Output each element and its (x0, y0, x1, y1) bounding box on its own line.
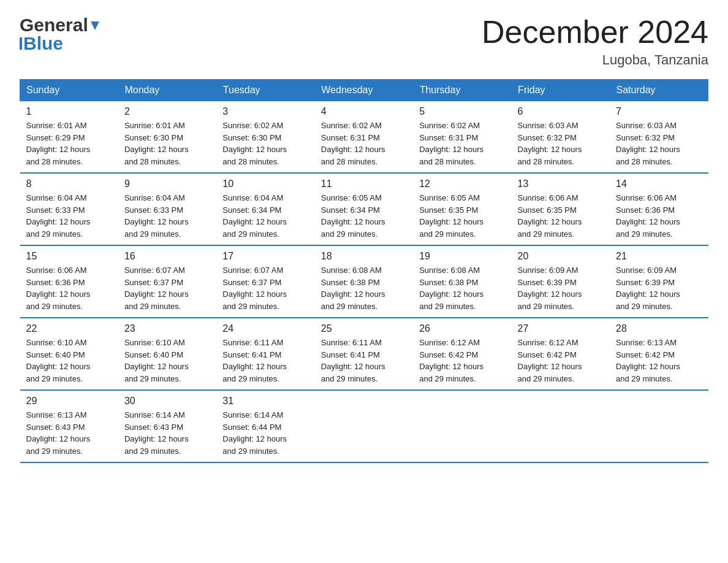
day-number: 1 (26, 106, 112, 117)
day-info: Sunrise: 6:13 AM Sunset: 6:42 PM Dayligh… (616, 337, 702, 385)
day-number: 4 (321, 106, 407, 117)
cell-week5-day6 (512, 390, 610, 462)
cell-week5-day3: 31 Sunrise: 6:14 AM Sunset: 6:44 PM Dayl… (216, 390, 314, 462)
week-row-4: 22 Sunrise: 6:10 AM Sunset: 6:40 PM Dayl… (20, 318, 708, 390)
day-number: 27 (518, 323, 604, 334)
col-friday: Friday (512, 80, 610, 101)
col-monday: Monday (118, 80, 216, 101)
cell-week1-day4: 4 Sunrise: 6:02 AM Sunset: 6:31 PM Dayli… (315, 101, 413, 174)
day-number: 31 (222, 396, 308, 407)
calendar-table: Sunday Monday Tuesday Wednesday Thursday… (20, 79, 708, 463)
day-number: 22 (26, 323, 112, 334)
col-saturday: Saturday (610, 80, 708, 101)
day-number: 5 (419, 106, 505, 117)
day-number: 17 (222, 251, 308, 262)
cell-week3-day2: 16 Sunrise: 6:07 AM Sunset: 6:37 PM Dayl… (118, 245, 216, 318)
cell-week4-day2: 23 Sunrise: 6:10 AM Sunset: 6:40 PM Dayl… (118, 318, 216, 390)
day-number: 18 (321, 251, 407, 262)
cell-week3-day1: 15 Sunrise: 6:06 AM Sunset: 6:36 PM Dayl… (20, 245, 118, 318)
day-number: 21 (616, 251, 702, 262)
cell-week2-day4: 11 Sunrise: 6:05 AM Sunset: 6:34 PM Dayl… (315, 173, 413, 245)
col-sunday: Sunday (20, 80, 118, 101)
cell-week1-day3: 3 Sunrise: 6:02 AM Sunset: 6:30 PM Dayli… (216, 101, 314, 174)
cell-week3-day5: 19 Sunrise: 6:08 AM Sunset: 6:38 PM Dayl… (413, 245, 511, 318)
day-info: Sunrise: 6:08 AM Sunset: 6:38 PM Dayligh… (321, 264, 407, 312)
day-number: 2 (124, 106, 210, 117)
week-row-2: 8 Sunrise: 6:04 AM Sunset: 6:33 PM Dayli… (20, 173, 708, 245)
day-info: Sunrise: 6:07 AM Sunset: 6:37 PM Dayligh… (124, 264, 210, 312)
cell-week5-day4 (315, 390, 413, 462)
cell-week4-day1: 22 Sunrise: 6:10 AM Sunset: 6:40 PM Dayl… (20, 318, 118, 390)
cell-week1-day5: 5 Sunrise: 6:02 AM Sunset: 6:31 PM Dayli… (413, 101, 511, 174)
day-info: Sunrise: 6:02 AM Sunset: 6:30 PM Dayligh… (222, 120, 308, 167)
day-info: Sunrise: 6:09 AM Sunset: 6:39 PM Dayligh… (616, 264, 702, 312)
cell-week4-day6: 27 Sunrise: 6:12 AM Sunset: 6:42 PM Dayl… (512, 318, 610, 390)
logo: General Blue (20, 15, 102, 54)
day-info: Sunrise: 6:11 AM Sunset: 6:41 PM Dayligh… (222, 337, 308, 385)
cell-week5-day5 (413, 390, 511, 462)
cell-week3-day3: 17 Sunrise: 6:07 AM Sunset: 6:37 PM Dayl… (216, 245, 314, 318)
logo-triangle-icon (88, 19, 102, 33)
week-row-3: 15 Sunrise: 6:06 AM Sunset: 6:36 PM Dayl… (20, 245, 708, 318)
cell-week4-day3: 24 Sunrise: 6:11 AM Sunset: 6:41 PM Dayl… (216, 318, 314, 390)
day-info: Sunrise: 6:12 AM Sunset: 6:42 PM Dayligh… (518, 337, 604, 385)
day-number: 20 (518, 251, 604, 262)
day-info: Sunrise: 6:14 AM Sunset: 6:43 PM Dayligh… (124, 409, 210, 457)
day-number: 25 (321, 323, 407, 334)
day-number: 6 (518, 106, 604, 117)
cell-week2-day2: 9 Sunrise: 6:04 AM Sunset: 6:33 PM Dayli… (118, 173, 216, 245)
col-wednesday: Wednesday (315, 80, 413, 101)
day-info: Sunrise: 6:01 AM Sunset: 6:29 PM Dayligh… (26, 120, 112, 167)
day-number: 28 (616, 323, 702, 334)
cell-week1-day1: 1 Sunrise: 6:01 AM Sunset: 6:29 PM Dayli… (20, 101, 118, 174)
day-number: 3 (222, 106, 308, 117)
col-thursday: Thursday (413, 80, 511, 101)
calendar-header-row: Sunday Monday Tuesday Wednesday Thursday… (20, 80, 708, 101)
cell-week3-day4: 18 Sunrise: 6:08 AM Sunset: 6:38 PM Dayl… (315, 245, 413, 318)
cell-week2-day1: 8 Sunrise: 6:04 AM Sunset: 6:33 PM Dayli… (20, 173, 118, 245)
week-row-5: 29 Sunrise: 6:13 AM Sunset: 6:43 PM Dayl… (20, 390, 708, 462)
cell-week4-day7: 28 Sunrise: 6:13 AM Sunset: 6:42 PM Dayl… (610, 318, 708, 390)
cell-week3-day6: 20 Sunrise: 6:09 AM Sunset: 6:39 PM Dayl… (512, 245, 610, 318)
cell-week5-day7 (610, 390, 708, 462)
day-number: 15 (26, 251, 112, 262)
cell-week2-day3: 10 Sunrise: 6:04 AM Sunset: 6:34 PM Dayl… (216, 173, 314, 245)
day-info: Sunrise: 6:12 AM Sunset: 6:42 PM Dayligh… (419, 337, 505, 385)
day-info: Sunrise: 6:11 AM Sunset: 6:41 PM Dayligh… (321, 337, 407, 385)
cell-week5-day1: 29 Sunrise: 6:13 AM Sunset: 6:43 PM Dayl… (20, 390, 118, 462)
logo-general: General (20, 15, 88, 36)
day-number: 29 (26, 396, 112, 407)
week-row-1: 1 Sunrise: 6:01 AM Sunset: 6:29 PM Dayli… (20, 101, 708, 174)
cell-week1-day6: 6 Sunrise: 6:03 AM Sunset: 6:32 PM Dayli… (512, 101, 610, 174)
day-info: Sunrise: 6:07 AM Sunset: 6:37 PM Dayligh… (222, 264, 308, 312)
cell-week5-day2: 30 Sunrise: 6:14 AM Sunset: 6:43 PM Dayl… (118, 390, 216, 462)
day-number: 30 (124, 396, 210, 407)
day-number: 8 (26, 178, 112, 190)
cell-week4-day5: 26 Sunrise: 6:12 AM Sunset: 6:42 PM Dayl… (413, 318, 511, 390)
cell-week2-day5: 12 Sunrise: 6:05 AM Sunset: 6:35 PM Dayl… (413, 173, 511, 245)
day-info: Sunrise: 6:05 AM Sunset: 6:35 PM Dayligh… (419, 192, 505, 240)
cell-week1-day7: 7 Sunrise: 6:03 AM Sunset: 6:32 PM Dayli… (610, 101, 708, 174)
logo-blue: Blue (23, 33, 63, 54)
day-info: Sunrise: 6:05 AM Sunset: 6:34 PM Dayligh… (321, 192, 407, 240)
day-number: 9 (124, 178, 210, 190)
day-number: 23 (124, 323, 210, 334)
day-info: Sunrise: 6:06 AM Sunset: 6:36 PM Dayligh… (26, 264, 112, 312)
day-info: Sunrise: 6:06 AM Sunset: 6:36 PM Dayligh… (616, 192, 702, 240)
title-block: December 2024 Lugoba, Tanzania (482, 15, 708, 68)
month-title: December 2024 (482, 15, 708, 50)
day-info: Sunrise: 6:02 AM Sunset: 6:31 PM Dayligh… (419, 120, 505, 167)
location: Lugoba, Tanzania (482, 52, 708, 68)
day-info: Sunrise: 6:01 AM Sunset: 6:30 PM Dayligh… (124, 120, 210, 167)
day-info: Sunrise: 6:14 AM Sunset: 6:44 PM Dayligh… (222, 409, 308, 457)
page-header: General Blue December 2024 Lugoba, Tanza… (20, 15, 708, 68)
day-info: Sunrise: 6:08 AM Sunset: 6:38 PM Dayligh… (419, 264, 505, 312)
cell-week4-day4: 25 Sunrise: 6:11 AM Sunset: 6:41 PM Dayl… (315, 318, 413, 390)
cell-week1-day2: 2 Sunrise: 6:01 AM Sunset: 6:30 PM Dayli… (118, 101, 216, 174)
day-info: Sunrise: 6:06 AM Sunset: 6:35 PM Dayligh… (518, 192, 604, 240)
day-number: 26 (419, 323, 505, 334)
col-tuesday: Tuesday (216, 80, 314, 101)
day-info: Sunrise: 6:10 AM Sunset: 6:40 PM Dayligh… (26, 337, 112, 385)
day-number: 14 (616, 178, 702, 190)
day-number: 7 (616, 106, 702, 117)
